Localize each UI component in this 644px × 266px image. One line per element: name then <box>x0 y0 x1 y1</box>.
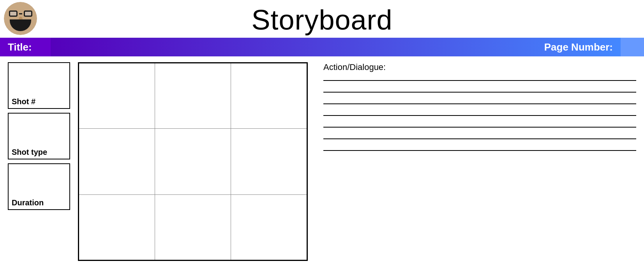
grid-cell-2-2 <box>155 129 231 194</box>
main-content: Shot # Shot type Duration <box>0 56 644 265</box>
avatar-face <box>4 2 37 35</box>
table-row <box>79 63 307 129</box>
header: Storyboard <box>0 0 644 38</box>
gradient-bar: Page Number: <box>51 38 621 56</box>
storyboard-grid <box>78 62 308 261</box>
title-bar: Title: Page Number: <box>0 38 644 56</box>
left-panel: Shot # Shot type Duration <box>8 62 70 261</box>
storyboard-grid-container <box>78 62 308 261</box>
shot-type-label: Shot type <box>12 148 66 157</box>
grid-cell-1-1 <box>79 63 155 129</box>
duration-label: Duration <box>12 198 66 207</box>
grid-cell-3-1 <box>79 194 155 260</box>
page-number-label: Page Number: <box>544 41 613 53</box>
grid-cell-3-2 <box>155 194 231 260</box>
grid-cell-1-3 <box>231 63 307 129</box>
page-title: Storyboard <box>251 4 392 36</box>
title-label: Title: <box>0 38 51 56</box>
table-row <box>79 129 307 194</box>
action-line-4 <box>323 115 636 116</box>
grid-cell-3-3 <box>231 194 307 260</box>
shot-number-box: Shot # <box>8 62 70 109</box>
action-panel: Action/Dialogue: <box>316 62 636 261</box>
left-lens <box>9 10 18 17</box>
shot-number-label: Shot # <box>12 97 66 106</box>
avatar <box>4 2 37 35</box>
duration-box: Duration <box>8 163 70 210</box>
action-line-1 <box>323 80 636 81</box>
table-row <box>79 194 307 260</box>
action-dialogue-title: Action/Dialogue: <box>323 62 636 72</box>
grid-cell-2-1 <box>79 129 155 194</box>
page-number-box <box>621 38 644 56</box>
grid-cell-1-2 <box>155 63 231 129</box>
grid-cell-2-3 <box>231 129 307 194</box>
glasses-bridge <box>19 13 22 14</box>
action-line-7 <box>323 150 636 151</box>
action-line-3 <box>323 103 636 104</box>
action-line-5 <box>323 127 636 128</box>
action-line-2 <box>323 92 636 93</box>
shot-type-box: Shot type <box>8 113 70 159</box>
right-lens <box>24 10 32 17</box>
beard-icon <box>10 19 31 31</box>
glasses-icon <box>9 10 32 17</box>
action-line-6 <box>323 138 636 139</box>
